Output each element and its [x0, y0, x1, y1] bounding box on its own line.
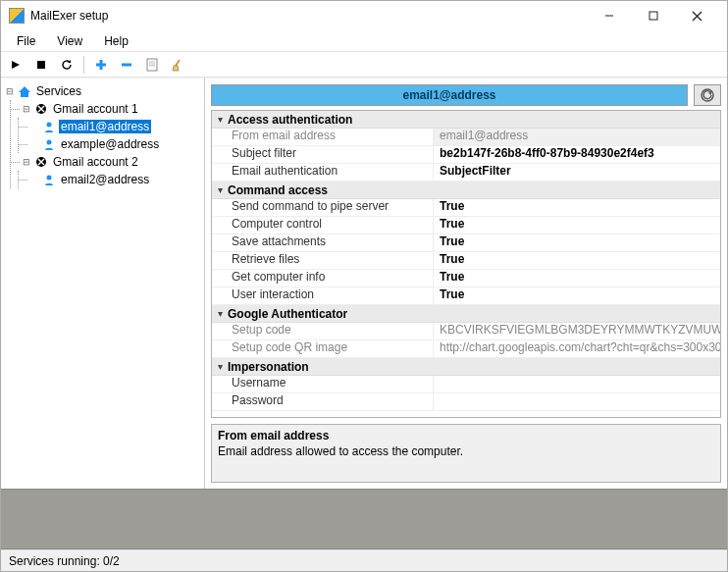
stop-button[interactable] [30, 54, 52, 76]
property-grid[interactable]: ▾Access authentication From email addres… [211, 110, 721, 418]
svg-marker-4 [12, 61, 20, 69]
document-button[interactable] [141, 54, 163, 76]
prop-save-attachments[interactable]: Save attachmentsTrue [212, 234, 720, 252]
close-button[interactable] [675, 2, 719, 29]
chevron-down-icon[interactable]: ▾ [212, 114, 228, 125]
prop-computer-info[interactable]: Get computer infoTrue [212, 270, 720, 287]
toolbar [1, 52, 727, 78]
svg-marker-16 [19, 86, 30, 97]
tree-pane: ⊟ Services ⊟ Gmail account 1 [1, 78, 205, 489]
add-button[interactable] [90, 54, 112, 76]
person-icon [41, 172, 57, 187]
broom-button[interactable] [167, 54, 188, 76]
play-button[interactable] [5, 54, 26, 76]
svg-rect-5 [37, 61, 45, 69]
menu-help[interactable]: Help [94, 32, 138, 50]
tree-email-1[interactable]: email1@address [59, 120, 151, 133]
prop-pipe-server[interactable]: Send command to pipe serverTrue [212, 199, 720, 217]
chevron-down-icon[interactable]: ▾ [212, 184, 228, 195]
remove-button[interactable] [116, 54, 137, 76]
expander-icon[interactable]: ⊟ [20, 155, 33, 169]
prop-setup-code[interactable]: Setup codeKBCVIRKSFVIEGMLBGM3DEYRYMMWTKY… [212, 323, 720, 340]
category-access-auth[interactable]: ▾Access authentication [212, 111, 720, 129]
error-icon [33, 101, 49, 117]
svg-rect-10 [147, 59, 157, 71]
tree-email-example[interactable]: example@address [59, 137, 161, 151]
statusbar: Services running: 0/2 [1, 549, 727, 571]
selected-email-header: email1@address [211, 84, 688, 106]
refresh-button[interactable] [56, 54, 78, 76]
svg-point-21 [47, 140, 52, 145]
description-title: From email address [218, 429, 714, 442]
menu-view[interactable]: View [47, 32, 92, 50]
prop-subject-filter[interactable]: Subject filterbe2b147f-26b8-4ff0-87b9-84… [212, 146, 720, 164]
prop-user-interaction[interactable]: User interactionTrue [212, 287, 720, 305]
svg-marker-15 [173, 66, 179, 71]
maximize-button[interactable] [631, 2, 675, 29]
chevron-down-icon[interactable]: ▾ [212, 308, 228, 319]
prop-computer-control[interactable]: Computer controlTrue [212, 217, 720, 234]
error-icon [33, 154, 49, 170]
prop-from-email[interactable]: From email addressemail1@address [212, 129, 720, 146]
status-services-running: Services running: 0/2 [9, 554, 120, 568]
person-icon [41, 136, 57, 152]
category-google-auth[interactable]: ▾Google Authenticator [212, 305, 720, 323]
tree-account-1[interactable]: Gmail account 1 [51, 102, 140, 116]
prop-email-auth[interactable]: Email authenticationSubjectFilter [212, 164, 720, 182]
toolbar-separator [83, 56, 84, 74]
svg-point-20 [47, 123, 52, 128]
minimize-button[interactable] [587, 2, 631, 29]
prop-username[interactable]: Username [212, 376, 720, 393]
tree-root[interactable]: Services [34, 84, 83, 98]
category-command-access[interactable]: ▾Command access [212, 182, 720, 199]
prop-setup-qr[interactable]: Setup code QR imagehttp://chart.googleap… [212, 340, 720, 358]
main-area: ⊟ Services ⊟ Gmail account 1 [1, 78, 727, 489]
svg-line-14 [176, 60, 180, 66]
titlebar: MailExer setup [1, 1, 727, 30]
log-pane [1, 489, 727, 549]
menubar: File View Help [1, 30, 727, 52]
prop-password[interactable]: Password [212, 393, 720, 411]
expander-icon[interactable]: ⊟ [20, 102, 33, 116]
prop-retrieve-files[interactable]: Retrieve filesTrue [212, 252, 720, 270]
window-title: MailExer setup [30, 9, 587, 23]
header-refresh-button[interactable] [694, 84, 721, 106]
tree-account-2[interactable]: Gmail account 2 [51, 155, 140, 169]
tree-email-2[interactable]: email2@address [59, 173, 151, 186]
chevron-down-icon[interactable]: ▾ [212, 361, 228, 372]
home-icon [17, 83, 32, 99]
app-icon [9, 8, 25, 24]
description-pane: From email address Email address allowed… [211, 424, 721, 483]
category-impersonation[interactable]: ▾Impersonation [212, 358, 720, 376]
description-body: Email address allowed to access the comp… [218, 444, 714, 458]
menu-file[interactable]: File [7, 32, 45, 50]
expander-icon[interactable]: ⊟ [3, 84, 17, 98]
svg-rect-1 [650, 12, 657, 20]
svg-point-25 [47, 176, 52, 181]
person-icon [41, 119, 57, 134]
right-pane: email1@address ▾Access authentication Fr… [205, 78, 727, 489]
